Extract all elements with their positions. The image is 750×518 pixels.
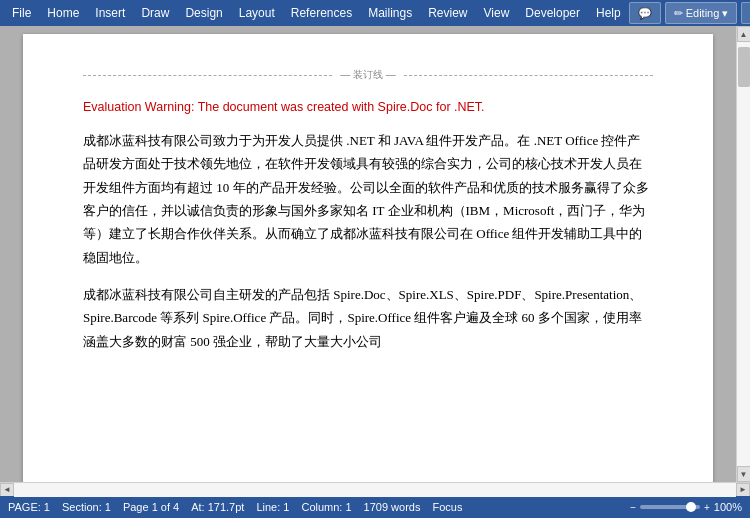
menu-review[interactable]: Review (420, 2, 475, 24)
fold-text: — 装订线 — (340, 68, 396, 82)
scroll-up-arrow[interactable]: ▲ (737, 26, 751, 42)
horizontal-scrollbar[interactable]: ◄ ► (0, 482, 750, 496)
status-words: 1709 words (364, 501, 421, 513)
content-area: — 装订线 — Evaluation Warning: The document… (0, 26, 750, 482)
share-button[interactable]: ⇑ (741, 2, 750, 24)
menu-mailings[interactable]: Mailings (360, 2, 420, 24)
page-wrapper[interactable]: — 装订线 — Evaluation Warning: The document… (0, 26, 736, 482)
editing-button[interactable]: ✏ Editing ▾ (665, 2, 738, 24)
menu-developer[interactable]: Developer (517, 2, 588, 24)
status-page: PAGE: 1 (8, 501, 50, 513)
comment-icon: 💬 (638, 7, 652, 20)
status-page-of: Page 1 of 4 (123, 501, 179, 513)
vertical-scrollbar[interactable]: ▲ ▼ (736, 26, 750, 482)
zoom-level: 100% (714, 501, 742, 513)
warning-text: Evaluation Warning: The document was cre… (83, 98, 653, 117)
menu-bar: File Home Insert Draw Design Layout Refe… (0, 0, 750, 26)
scroll-down-arrow[interactable]: ▼ (737, 466, 751, 482)
zoom-area[interactable]: − + 100% (630, 501, 742, 513)
document-page: — 装订线 — Evaluation Warning: The document… (23, 34, 713, 482)
zoom-out-icon[interactable]: − (630, 502, 636, 513)
zoom-slider[interactable] (640, 505, 700, 509)
zoom-in-icon[interactable]: + (704, 502, 710, 513)
fold-mark: — 装订线 — (83, 64, 653, 86)
status-bar: PAGE: 1 Section: 1 Page 1 of 4 At: 171.7… (0, 496, 750, 518)
zoom-thumb[interactable] (686, 502, 696, 512)
menu-home[interactable]: Home (39, 2, 87, 24)
menu-file[interactable]: File (4, 2, 39, 24)
menu-items: File Home Insert Draw Design Layout Refe… (4, 2, 629, 24)
status-focus[interactable]: Focus (432, 501, 462, 513)
menu-view[interactable]: View (476, 2, 518, 24)
menu-references[interactable]: References (283, 2, 360, 24)
editing-label: Editing (686, 7, 720, 19)
scroll-h-track[interactable] (14, 483, 736, 497)
comment-button[interactable]: 💬 (629, 2, 661, 24)
menu-insert[interactable]: Insert (87, 2, 133, 24)
pencil-icon: ✏ (674, 7, 683, 20)
paragraph-1: 成都冰蓝科技有限公司致力于为开发人员提供 .NET 和 JAVA 组件开发产品。… (83, 129, 653, 269)
scroll-track[interactable] (737, 42, 751, 466)
status-left: PAGE: 1 Section: 1 Page 1 of 4 At: 171.7… (8, 501, 462, 513)
status-section: Section: 1 (62, 501, 111, 513)
menu-draw[interactable]: Draw (133, 2, 177, 24)
status-line: Line: 1 (256, 501, 289, 513)
scroll-left-arrow[interactable]: ◄ (0, 483, 14, 497)
menu-help[interactable]: Help (588, 2, 629, 24)
scroll-right-arrow[interactable]: ► (736, 483, 750, 497)
scroll-thumb[interactable] (738, 47, 750, 87)
status-column: Column: 1 (301, 501, 351, 513)
status-right: − + 100% (630, 501, 742, 513)
fold-line-left (83, 75, 332, 76)
chevron-down-icon: ▾ (722, 7, 728, 20)
menu-design[interactable]: Design (177, 2, 230, 24)
status-at: At: 171.7pt (191, 501, 244, 513)
menubar-right: 💬 ✏ Editing ▾ ⇑ (629, 2, 750, 24)
fold-line-right (404, 75, 653, 76)
paragraph-2: 成都冰蓝科技有限公司自主研发的产品包括 Spire.Doc、Spire.XLS、… (83, 283, 653, 353)
menu-layout[interactable]: Layout (231, 2, 283, 24)
